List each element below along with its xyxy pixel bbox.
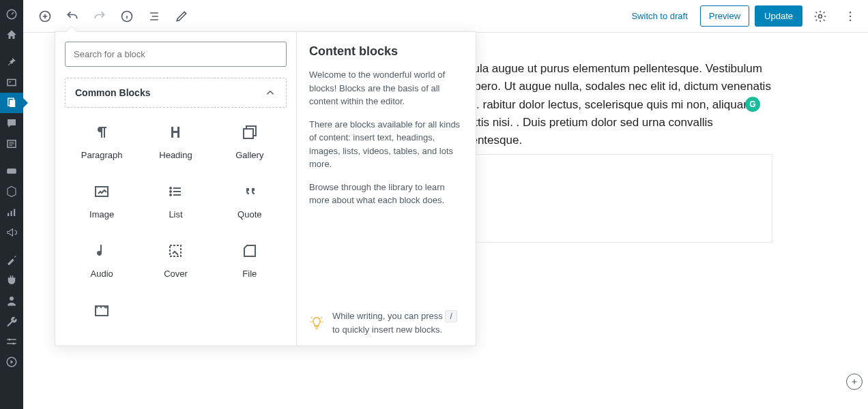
- lightbulb-icon: [309, 316, 324, 331]
- category-label: Common Blocks: [75, 87, 150, 98]
- block-gallery[interactable]: Gallery: [213, 115, 287, 168]
- switch-draft-button[interactable]: Switch to draft: [624, 7, 694, 25]
- svg-rect-1: [8, 80, 16, 86]
- block-cover[interactable]: Cover: [139, 233, 212, 287]
- svg-point-14: [13, 343, 15, 345]
- settings-gear-button[interactable]: [808, 4, 833, 29]
- svg-point-21: [850, 19, 852, 21]
- inserter-info-p1: Welcome to the wonderful world of blocks…: [309, 68, 463, 108]
- svg-rect-11: [7, 339, 16, 340]
- inserter-tip: While writing, you can press / to quickl…: [309, 309, 463, 336]
- svg-rect-8: [11, 211, 12, 217]
- chevron-up-icon: [264, 87, 276, 99]
- block-quote[interactable]: Quote: [213, 174, 287, 228]
- collapse-icon[interactable]: [0, 352, 23, 372]
- svg-point-18: [819, 14, 822, 18]
- editor-main: Switch to draft Preview Update agna metu…: [23, 0, 868, 409]
- users-icon[interactable]: [0, 290, 23, 311]
- products-icon[interactable]: [0, 181, 23, 202]
- marketing-icon[interactable]: [0, 222, 23, 243]
- add-block-below-button[interactable]: [846, 374, 863, 390]
- inserter-info-p2: There are blocks available for all kinds…: [309, 118, 463, 171]
- more-menu-button[interactable]: [838, 4, 863, 29]
- redo-button[interactable]: [87, 4, 112, 29]
- svg-rect-9: [14, 209, 15, 217]
- appearance-icon[interactable]: [0, 249, 23, 270]
- edit-button[interactable]: [169, 4, 194, 29]
- svg-point-19: [850, 11, 852, 13]
- preview-button[interactable]: Preview: [700, 5, 749, 27]
- svg-rect-12: [7, 343, 16, 344]
- woo-icon[interactable]: [0, 161, 23, 181]
- svg-rect-27: [170, 245, 181, 256]
- block-list[interactable]: List: [139, 174, 212, 228]
- block-audio[interactable]: Audio: [65, 233, 139, 287]
- feedback-icon[interactable]: [0, 134, 23, 154]
- svg-point-13: [9, 339, 11, 341]
- svg-rect-22: [244, 129, 253, 138]
- inserter-info-p3: Browse through the library to learn more…: [309, 181, 463, 207]
- svg-rect-7: [8, 213, 9, 217]
- paragraph-block[interactable]: agna metus, dignissim egestas est dapibu…: [453, 60, 772, 150]
- block-heading[interactable]: Heading: [139, 115, 212, 168]
- plugins-icon[interactable]: [0, 270, 23, 290]
- svg-point-24: [170, 187, 171, 189]
- analytics-icon[interactable]: [0, 202, 23, 222]
- settings-icon[interactable]: [0, 331, 23, 352]
- inserter-info-title: Content blocks: [309, 44, 463, 59]
- block-paragraph[interactable]: Paragraph: [65, 115, 139, 168]
- grammarly-badge[interactable]: G: [745, 97, 760, 112]
- block-category-toggle[interactable]: Common Blocks: [65, 78, 287, 108]
- svg-rect-6: [7, 168, 16, 174]
- block-file[interactable]: File: [213, 233, 287, 287]
- pin-icon[interactable]: [0, 52, 23, 72]
- outline-button[interactable]: [142, 4, 167, 29]
- slash-key: /: [445, 310, 457, 322]
- admin-sidebar: [0, 0, 23, 409]
- pages-icon[interactable]: [0, 93, 23, 113]
- media-icon[interactable]: [0, 72, 23, 93]
- block-image[interactable]: Image: [65, 174, 139, 228]
- svg-point-25: [170, 191, 171, 192]
- dashboard-icon[interactable]: [0, 4, 23, 25]
- svg-rect-4: [10, 100, 15, 108]
- block-video[interactable]: [65, 292, 139, 336]
- update-button[interactable]: Update: [755, 5, 802, 27]
- add-block-button[interactable]: [33, 4, 57, 29]
- info-button[interactable]: [115, 4, 139, 29]
- svg-point-20: [850, 15, 852, 17]
- home-icon[interactable]: [0, 25, 23, 45]
- block-search-input[interactable]: [65, 42, 287, 67]
- svg-point-10: [10, 297, 14, 301]
- comments-icon[interactable]: [0, 113, 23, 134]
- block-inserter-popover: Common Blocks Paragraph Heading Gallery: [55, 31, 476, 346]
- tools-icon[interactable]: [0, 311, 23, 331]
- undo-button[interactable]: [60, 4, 85, 29]
- editor-toolbar: Switch to draft Preview Update: [23, 0, 868, 33]
- svg-point-2: [10, 81, 11, 82]
- svg-point-26: [170, 194, 171, 196]
